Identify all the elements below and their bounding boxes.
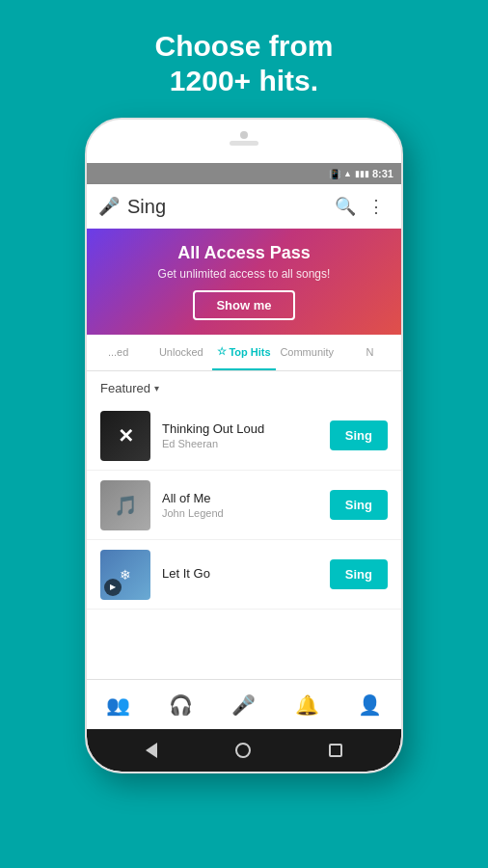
- song-list: Thinking Out Loud Ed Sheeran Sing 🎵 All …: [87, 401, 401, 610]
- nav-sing-icon[interactable]: 🎤: [227, 688, 261, 722]
- app-background: Choose from 1200+ hits. 📳 ▲ ▮▮▮ 8:31 🎤: [0, 0, 488, 868]
- song-info: Let It Go: [162, 566, 330, 583]
- nav-friends-icon[interactable]: 👥: [101, 688, 136, 722]
- more-menu-icon[interactable]: ⋮: [363, 193, 390, 220]
- tab-featured[interactable]: ...ed: [87, 335, 149, 370]
- song-info: All of Me John Legend: [162, 491, 330, 519]
- android-nav-bar: [87, 729, 401, 772]
- nav-profile-icon[interactable]: 👤: [352, 688, 387, 722]
- status-bar: 📳 ▲ ▮▮▮ 8:31: [87, 163, 401, 184]
- phone-shell: 📳 ▲ ▮▮▮ 8:31 🎤 Sing 🔍 ⋮ All Access Pass …: [85, 118, 403, 773]
- play-icon: ▶: [104, 579, 122, 596]
- recents-button[interactable]: [329, 744, 342, 757]
- home-button[interactable]: [235, 743, 251, 758]
- tabs-bar: ...ed Unlocked ☆ Top Hits Community N: [87, 335, 401, 371]
- show-me-button[interactable]: Show me: [193, 290, 294, 320]
- phone-top-bezel: [87, 120, 401, 163]
- signal-icon: ▮▮▮: [355, 169, 369, 178]
- nav-headphones-icon[interactable]: 🎧: [164, 688, 199, 722]
- song-thumbnail: ❄ ▶: [100, 550, 150, 600]
- star-icon: ☆: [217, 345, 227, 358]
- vibrate-icon: 📳: [329, 169, 340, 179]
- song-title: All of Me: [162, 491, 330, 505]
- song-info: Thinking Out Loud Ed Sheeran: [162, 421, 330, 449]
- app-toolbar: 🎤 Sing 🔍 ⋮: [87, 184, 401, 229]
- list-item: 🎵 All of Me John Legend Sing: [87, 471, 401, 540]
- wifi-icon: ▲: [343, 169, 352, 178]
- featured-dropdown-icon: ▾: [154, 383, 159, 393]
- banner-subtitle: Get unlimited access to all songs!: [158, 267, 331, 281]
- bottom-nav: 👥 🎧 🎤 🔔 👤: [87, 679, 401, 729]
- app-logo-icon: 🎤: [98, 196, 120, 217]
- ed-sheeran-thumb: [100, 411, 150, 461]
- nav-notifications-icon[interactable]: 🔔: [289, 688, 324, 722]
- john-legend-thumb: 🎵: [100, 480, 150, 530]
- tab-unlocked[interactable]: Unlocked: [149, 335, 212, 370]
- phone-camera: [240, 131, 248, 139]
- status-icons: 📳 ▲ ▮▮▮ 8:31: [329, 168, 393, 179]
- status-time: 8:31: [372, 168, 393, 179]
- featured-label[interactable]: Featured ▾: [87, 371, 401, 401]
- sing-button[interactable]: Sing: [330, 420, 388, 450]
- banner-title: All Access Pass: [177, 243, 310, 263]
- song-thumbnail: 🎵: [100, 480, 150, 530]
- app-title: Sing: [127, 196, 328, 218]
- back-button[interactable]: [146, 743, 157, 758]
- list-item: Thinking Out Loud Ed Sheeran Sing: [87, 401, 401, 471]
- tab-community[interactable]: Community: [276, 335, 339, 370]
- sing-button[interactable]: Sing: [330, 559, 388, 589]
- sing-button-vip[interactable]: Sing: [330, 490, 388, 520]
- song-title: Thinking Out Loud: [162, 421, 330, 436]
- song-artist: Ed Sheeran: [162, 438, 330, 449]
- headline-text: Choose from 1200+ hits.: [154, 29, 333, 98]
- tab-new[interactable]: N: [339, 335, 401, 370]
- search-icon[interactable]: 🔍: [332, 193, 359, 220]
- song-title: Let It Go: [162, 566, 330, 581]
- list-item: ❄ ▶ Let It Go Sing: [87, 540, 401, 610]
- all-access-banner: All Access Pass Get unlimited access to …: [87, 229, 401, 335]
- phone-content: 📳 ▲ ▮▮▮ 8:31 🎤 Sing 🔍 ⋮ All Access Pass …: [87, 163, 401, 728]
- song-thumbnail: [100, 411, 150, 461]
- song-artist: John Legend: [162, 507, 330, 519]
- tab-top-hits[interactable]: ☆ Top Hits: [212, 335, 275, 370]
- phone-speaker: [230, 141, 258, 146]
